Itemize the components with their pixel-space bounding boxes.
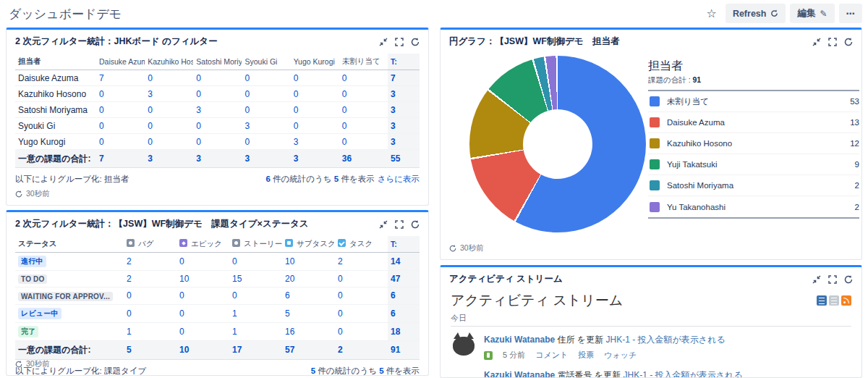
row-total-link[interactable]: 47 xyxy=(388,271,420,287)
row-total-link[interactable]: 7 xyxy=(388,70,420,86)
legend-item[interactable]: Kazuhiko Hosono12 xyxy=(648,133,859,154)
total-value-link[interactable]: 3 xyxy=(242,150,290,168)
stat-value-link[interactable]: 6 xyxy=(282,287,335,304)
refresh-icon[interactable] xyxy=(15,361,22,368)
expand-icon[interactable] xyxy=(395,38,404,46)
legend-item[interactable]: 未割り当て53 xyxy=(648,91,859,112)
action-link[interactable]: ウォッチ xyxy=(604,350,637,361)
refresh-icon[interactable] xyxy=(844,38,853,46)
row-total-link[interactable]: 3 xyxy=(388,86,420,102)
stat-value-link[interactable]: 15 xyxy=(229,271,282,287)
stat-value-link[interactable]: 1 xyxy=(124,322,176,340)
stat-value-link[interactable]: 0 xyxy=(193,118,242,134)
stat-value-link[interactable]: 0 xyxy=(96,134,145,150)
refresh-icon[interactable] xyxy=(449,245,456,252)
stat-value-link[interactable]: 0 xyxy=(176,253,229,271)
total-value-link[interactable]: 3 xyxy=(145,150,193,168)
minimize-icon[interactable] xyxy=(812,38,821,46)
star-icon[interactable]: ☆ xyxy=(702,5,721,22)
stat-value-link[interactable]: 16 xyxy=(282,322,335,340)
stat-value-link[interactable]: 2 xyxy=(335,253,388,271)
status-lozenge[interactable]: 完了 xyxy=(18,326,38,337)
row-total-link[interactable]: 14 xyxy=(388,253,420,271)
minimize-icon[interactable] xyxy=(812,275,821,284)
stat-value-link[interactable]: 5 xyxy=(282,304,335,322)
user-link[interactable]: Kazuki Watanabe xyxy=(484,370,555,378)
stat-value-link[interactable]: 0 xyxy=(339,70,388,86)
row-total-link[interactable]: 6 xyxy=(388,304,420,322)
legend-item[interactable]: Yuji Takatsuki9 xyxy=(648,154,859,175)
stat-value-link[interactable]: 3 xyxy=(291,134,339,150)
refresh-icon[interactable] xyxy=(844,275,853,284)
stat-value-link[interactable]: 0 xyxy=(229,287,282,304)
donut-chart[interactable] xyxy=(469,56,646,232)
total-value-link[interactable]: 5 xyxy=(124,340,176,359)
row-total-link[interactable]: 6 xyxy=(388,287,420,304)
more-button[interactable]: ⋯ xyxy=(839,4,863,23)
stat-value-link[interactable]: 3 xyxy=(193,102,242,118)
stat-value-link[interactable]: 2 xyxy=(124,253,176,271)
user-link[interactable]: Kazuki Watanabe xyxy=(484,335,555,345)
issue-link[interactable]: JHK-1 - 投入金額が表示される xyxy=(606,335,726,345)
stat-value-link[interactable]: 0 xyxy=(339,118,388,134)
stat-value-link[interactable]: 0 xyxy=(145,102,193,118)
rss-icon[interactable] xyxy=(841,295,851,306)
expand-icon[interactable] xyxy=(828,275,837,284)
stat-value-link[interactable]: 0 xyxy=(176,304,229,322)
refresh-icon[interactable] xyxy=(411,220,420,229)
total-value-link[interactable]: 3 xyxy=(193,150,242,168)
stat-value-link[interactable]: 0 xyxy=(96,102,145,118)
stat-value-link[interactable]: 0 xyxy=(335,304,388,322)
expand-icon[interactable] xyxy=(395,220,404,229)
stat-value-link[interactable]: 10 xyxy=(176,271,229,287)
stat-value-link[interactable]: 0 xyxy=(335,322,388,340)
row-total-link[interactable]: 18 xyxy=(388,322,420,340)
stat-value-link[interactable]: 0 xyxy=(193,134,242,150)
status-lozenge[interactable]: WAITING FOR APPROV... xyxy=(18,292,113,301)
stat-value-link[interactable]: 1 xyxy=(229,304,282,322)
list-view-icon[interactable] xyxy=(817,295,827,306)
status-lozenge[interactable]: TO DO xyxy=(18,274,47,284)
total-value-link[interactable]: 10 xyxy=(176,340,229,359)
stat-value-link[interactable]: 0 xyxy=(124,287,176,304)
action-link[interactable]: コメント xyxy=(535,350,568,361)
row-total-link[interactable]: 3 xyxy=(388,102,420,118)
stat-value-link[interactable]: 0 xyxy=(145,134,193,150)
stat-value-link[interactable]: 0 xyxy=(242,134,290,150)
stat-value-link[interactable]: 0 xyxy=(96,86,145,102)
status-lozenge[interactable]: レビュー中 xyxy=(18,308,61,319)
stat-value-link[interactable]: 0 xyxy=(176,322,229,340)
total-value-link[interactable]: 3 xyxy=(291,150,339,168)
status-lozenge[interactable]: 進行中 xyxy=(18,256,46,267)
stat-value-link[interactable]: 0 xyxy=(291,70,339,86)
stat-value-link[interactable]: 0 xyxy=(124,304,176,322)
stat-value-link[interactable]: 0 xyxy=(193,86,242,102)
row-total-link[interactable]: 3 xyxy=(388,118,420,134)
stat-value-link[interactable]: 7 xyxy=(96,70,145,86)
total-value-link[interactable]: 17 xyxy=(229,340,282,359)
refresh-button[interactable]: Refresh xyxy=(726,4,786,23)
total-value-link[interactable]: 7 xyxy=(96,150,145,168)
compact-view-icon[interactable] xyxy=(829,295,839,306)
stat-value-link[interactable]: 0 xyxy=(339,86,388,102)
total-value-link[interactable]: 36 xyxy=(339,150,388,168)
grand-total-link[interactable]: 91 xyxy=(388,340,420,359)
stat-value-link[interactable]: 0 xyxy=(145,70,193,86)
stat-value-link[interactable]: 0 xyxy=(145,118,193,134)
stat-value-link[interactable]: 0 xyxy=(242,102,290,118)
stat-value-link[interactable]: 3 xyxy=(242,118,290,134)
stat-value-link[interactable]: 3 xyxy=(145,86,193,102)
stat-value-link[interactable]: 0 xyxy=(291,86,339,102)
refresh-icon[interactable] xyxy=(15,190,22,198)
grand-total-link[interactable]: 55 xyxy=(388,150,420,168)
legend-item[interactable]: Daisuke Azuma13 xyxy=(648,112,859,133)
stat-value-link[interactable]: 0 xyxy=(335,287,388,304)
legend-item[interactable]: Satoshi Moriyama2 xyxy=(648,175,859,196)
refresh-icon[interactable] xyxy=(411,38,420,46)
expand-icon[interactable] xyxy=(828,38,837,46)
minimize-icon[interactable] xyxy=(379,220,388,229)
stat-value-link[interactable]: 0 xyxy=(193,70,242,86)
stat-value-link[interactable]: 0 xyxy=(335,271,388,287)
stat-value-link[interactable]: 2 xyxy=(124,271,176,287)
stat-value-link[interactable]: 0 xyxy=(339,102,388,118)
